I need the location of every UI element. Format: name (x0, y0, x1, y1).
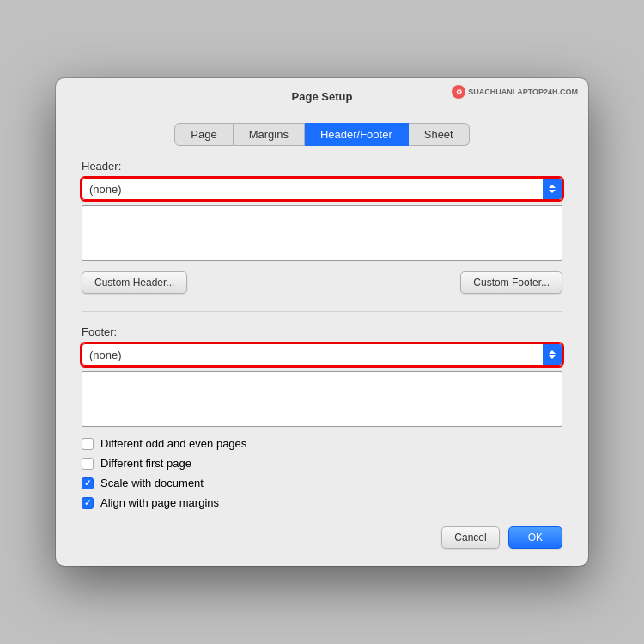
custom-footer-button[interactable]: Custom Footer... (460, 271, 562, 294)
tab-margins[interactable]: Margins (234, 123, 305, 146)
page-setup-dialog: Page Setup ⚙ SUACHUANLAPTOP24H.COM Page … (56, 78, 588, 566)
footer-dropdown[interactable]: (none) (82, 343, 562, 366)
header-dropdown-value: (none) (89, 183, 543, 196)
checkbox-scale-doc-label: Scale with document (100, 477, 204, 489)
footer-section-label: Footer: (82, 325, 562, 338)
dialog-title-bar: Page Setup ⚙ SUACHUANLAPTOP24H.COM (56, 78, 588, 112)
checkbox-row-odd-even: Different odd and even pages (82, 437, 562, 450)
checkbox-row-first-page: Different first page (82, 457, 562, 470)
dialog-footer: Cancel OK (56, 526, 588, 549)
checkbox-odd-even-label: Different odd and even pages (100, 437, 246, 450)
footer-dropdown-row: (none) (82, 343, 562, 366)
header-preview (82, 205, 562, 261)
dialog-title: Page Setup (292, 90, 353, 103)
checkbox-scale-doc[interactable] (82, 477, 94, 489)
header-section-label: Header: (82, 160, 562, 173)
custom-buttons-row: Custom Header... Custom Footer... (82, 271, 562, 294)
footer-dropdown-value: (none) (89, 349, 543, 361)
header-spinner-up-icon (549, 185, 556, 188)
header-spinner-down-icon (549, 190, 556, 193)
footer-spinner[interactable] (543, 343, 562, 366)
watermark-icon: ⚙ (452, 85, 465, 99)
checkbox-first-page-label: Different first page (100, 457, 191, 470)
checkbox-align-margins-label: Align with page margins (100, 496, 219, 509)
header-dropdown[interactable]: (none) (82, 178, 562, 200)
footer-spinner-up-icon (549, 350, 556, 354)
tab-header-footer[interactable]: Header/Footer (305, 123, 409, 146)
header-dropdown-row: (none) (82, 178, 562, 200)
checkbox-align-margins[interactable] (82, 497, 94, 509)
checkbox-row-scale-doc: Scale with document (82, 477, 562, 489)
custom-header-button[interactable]: Custom Header... (82, 271, 187, 294)
tab-bar: Page Margins Header/Footer Sheet (56, 112, 588, 146)
tab-page[interactable]: Page (174, 123, 233, 146)
dialog-content: Header: (none) Custom Header... Custom F… (56, 160, 588, 509)
footer-preview (82, 371, 562, 427)
section-separator (82, 311, 562, 312)
watermark-text: SUACHUANLAPTOP24H.COM (468, 88, 578, 96)
footer-spinner-down-icon (549, 355, 556, 359)
checkbox-row-align-margins: Align with page margins (82, 496, 562, 509)
checkbox-odd-even[interactable] (82, 438, 94, 450)
tab-sheet[interactable]: Sheet (409, 123, 470, 146)
header-spinner[interactable] (543, 178, 562, 200)
checkbox-group: Different odd and even pages Different f… (82, 437, 562, 509)
checkbox-first-page[interactable] (82, 458, 94, 470)
ok-button[interactable]: OK (508, 526, 562, 549)
cancel-button[interactable]: Cancel (441, 526, 499, 549)
watermark: ⚙ SUACHUANLAPTOP24H.COM (452, 85, 578, 99)
